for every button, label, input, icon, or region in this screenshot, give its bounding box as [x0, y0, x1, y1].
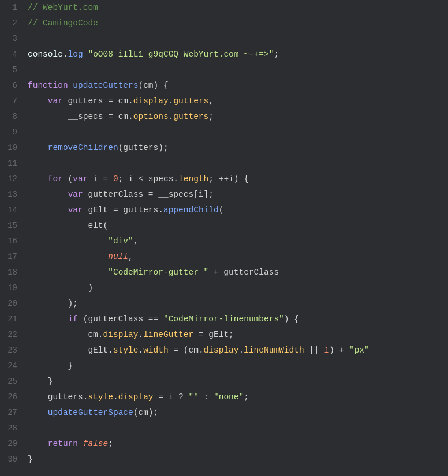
code-line [28, 156, 442, 171]
code-token: for [48, 174, 63, 183]
code-token [28, 205, 68, 215]
code-token: , [208, 96, 214, 106]
code-line: return false; [28, 436, 442, 452]
code-token: (gutters); [118, 143, 169, 152]
line-number: 23 [5, 343, 17, 358]
line-number: 29 [5, 436, 17, 452]
line-number: 8 [5, 109, 17, 125]
code-token [28, 96, 48, 106]
code-token: 0 [113, 174, 118, 183]
line-number: 6 [5, 78, 17, 93]
code-line: updateGutterSpace(cm); [28, 405, 442, 421]
code-token [78, 439, 83, 448]
code-token: "oO08 iIlL1 g9qCGQ WebYurt.com ~-+=>" [88, 50, 274, 59]
code-token: var [48, 96, 63, 106]
line-number: 2 [5, 16, 17, 31]
code-token: display [118, 392, 154, 402]
code-token: display [204, 346, 239, 355]
code-line: ) [28, 280, 442, 296]
line-number: 1 [5, 0, 17, 16]
code-line: elt( [28, 218, 442, 234]
code-token: // CamingoCode [28, 18, 98, 28]
code-token: (cm); [133, 408, 159, 417]
line-number: 13 [5, 187, 17, 203]
code-token: appendChild [163, 205, 219, 215]
code-token: return [48, 439, 78, 448]
code-token: : [199, 392, 214, 402]
code-token: ; i < specs. [118, 174, 178, 183]
code-token: "CodeMirror-linenumbers" [163, 314, 284, 324]
line-number: 3 [5, 31, 17, 47]
code-token: ( [219, 205, 224, 215]
line-number: 17 [5, 249, 17, 265]
code-token: width [143, 346, 169, 355]
code-line: gutters.style.display = i ? "" : "none"; [28, 389, 442, 405]
code-token: function [28, 81, 68, 90]
code-token [28, 408, 48, 417]
code-token [28, 190, 68, 199]
code-token: ) { [284, 314, 299, 324]
code-token: = (cm. [169, 346, 204, 355]
code-token: length [178, 174, 208, 183]
line-number: 25 [5, 374, 17, 389]
line-number: 12 [5, 171, 17, 187]
code-token: if [68, 314, 78, 324]
code-line [28, 421, 442, 436]
code-line: var gutterClass = __specs[i]; [28, 187, 442, 203]
code-token: null [108, 252, 128, 261]
code-token: = gElt; [193, 330, 234, 339]
line-number: 5 [5, 62, 17, 78]
code-token: console [28, 50, 63, 59]
code-token: removeChildren [48, 143, 118, 152]
code-line: __specs = cm.options.gutters; [28, 109, 442, 125]
line-number: 18 [5, 265, 17, 280]
code-token [28, 439, 48, 448]
code-token: gutters [173, 96, 208, 106]
code-token: . [63, 50, 68, 59]
code-line: // WebYurt.com [28, 0, 442, 16]
code-line: gElt.style.width = (cm.display.lineNumWi… [28, 343, 442, 358]
line-number: 15 [5, 218, 17, 234]
line-number: 21 [5, 312, 17, 327]
line-number: 19 [5, 280, 17, 296]
code-token: updateGutters [73, 81, 138, 90]
code-line: var gutters = cm.display.gutters, [28, 93, 442, 109]
code-token: __specs = cm. [28, 112, 133, 121]
code-token: . [239, 346, 244, 355]
code-token: display [133, 96, 169, 106]
code-token: display [103, 330, 139, 339]
code-token: gutters. [28, 392, 88, 402]
code-token: style [88, 392, 113, 402]
code-line: for (var i = 0; i < specs.length; ++i) { [28, 171, 442, 187]
code-token: "div" [108, 237, 133, 246]
code-token: + gutterClass [208, 268, 279, 277]
line-number: 30 [5, 452, 17, 467]
code-token: false [83, 439, 109, 448]
code-line: console.log "oO08 iIlL1 g9qCGQ WebYurt.c… [28, 47, 442, 62]
code-token: gutterClass = __specs[i]; [83, 190, 214, 199]
code-token: ; [208, 112, 214, 121]
code-token: var [68, 190, 83, 199]
code-line: "div", [28, 234, 442, 249]
code-token: options [133, 112, 169, 121]
code-token: || [304, 346, 324, 355]
line-number: 10 [5, 140, 17, 156]
code-line: ); [28, 296, 442, 312]
code-token: ; ++i) { [208, 174, 249, 183]
code-token: } [28, 455, 33, 464]
code-token: } [28, 361, 73, 370]
code-line: // CamingoCode [28, 16, 442, 31]
code-token: "px" [349, 346, 369, 355]
code-line: var gElt = gutters.appendChild( [28, 203, 442, 218]
code-token: log [68, 50, 83, 59]
code-token: i = [88, 174, 113, 183]
code-token: cm. [28, 330, 103, 339]
line-number: 16 [5, 234, 17, 249]
code-token: ( [63, 174, 73, 183]
code-token: // WebYurt.com [28, 3, 98, 12]
code-token: var [68, 205, 83, 215]
code-token: "" [188, 392, 198, 402]
code-token: gElt. [28, 346, 113, 355]
line-number: 7 [5, 93, 17, 109]
line-number: 27 [5, 405, 17, 421]
